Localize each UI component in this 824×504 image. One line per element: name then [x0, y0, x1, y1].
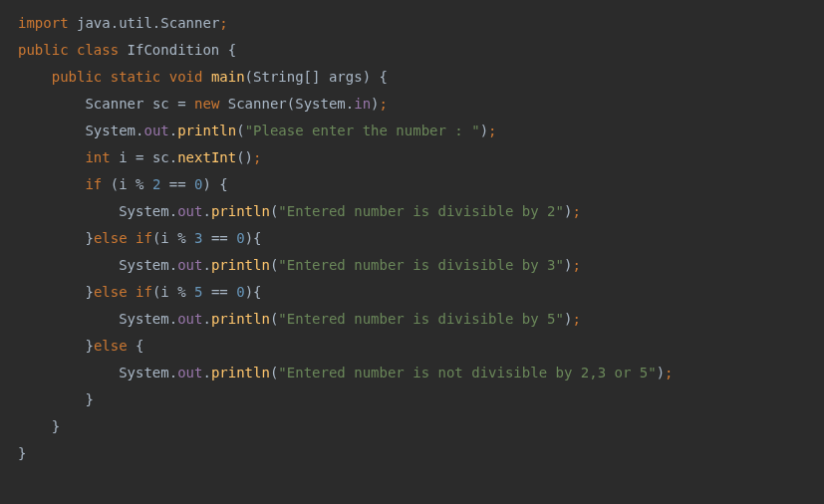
- token-method: println: [211, 257, 270, 273]
- token-ident: i: [160, 284, 177, 300]
- code-line: System.out.println("Entered number is di…: [18, 306, 806, 333]
- token-kw: else if: [94, 284, 152, 300]
- token-kw: public static void: [52, 69, 211, 85]
- code-line: Scanner sc = new Scanner(System.in);: [18, 91, 806, 118]
- token-kw: int: [85, 149, 119, 165]
- token-op: %: [177, 284, 194, 300]
- token-op: .: [169, 365, 177, 380]
- token-kw: import: [18, 15, 77, 31]
- token-field: out: [177, 203, 202, 219]
- token-semi: ;: [665, 365, 673, 380]
- token-op: .: [346, 96, 354, 112]
- token-brace: {: [228, 42, 236, 58]
- token-op: .: [202, 203, 210, 219]
- token-paren: ): [202, 176, 219, 192]
- token-op: =: [136, 149, 152, 165]
- token-op: .: [202, 257, 210, 273]
- token-paren: ): [245, 230, 253, 246]
- token-ident: i: [119, 149, 136, 165]
- token-kw: else if: [94, 230, 152, 246]
- token-str: "Please enter the number : ": [245, 123, 480, 138]
- token-kw: new: [194, 96, 228, 112]
- token-semi: ;: [488, 123, 496, 138]
- token-str: "Entered number is divisible by 2": [278, 203, 564, 219]
- token-num: 0: [236, 230, 244, 246]
- token-field: out: [143, 123, 168, 138]
- token-op: .: [202, 311, 210, 327]
- token-str: "Entered number is not divisible by 2,3 …: [278, 365, 656, 380]
- token-cls: String: [253, 69, 304, 85]
- token-op: ==: [160, 176, 194, 192]
- token-field: in: [354, 96, 371, 112]
- token-paren: ): [657, 365, 665, 380]
- token-op: .: [169, 123, 177, 138]
- token-brace: {: [253, 284, 261, 300]
- token-semi: ;: [572, 203, 580, 219]
- token-method: println: [211, 311, 270, 327]
- token-ident: args: [329, 69, 363, 85]
- token-kw: else: [94, 338, 136, 354]
- token-brace: {: [253, 230, 261, 246]
- code-editor: import java.util.Scanner;public class If…: [0, 0, 824, 477]
- token-brace: {: [136, 338, 143, 354]
- code-line: }: [18, 413, 806, 440]
- code-line: public static void main(String[] args) {: [18, 64, 806, 91]
- token-brace: }: [52, 418, 60, 434]
- token-cls: IfCondition: [128, 42, 228, 58]
- token-kw: if: [85, 176, 110, 192]
- token-semi: ;: [219, 15, 227, 31]
- token-paren: ): [245, 284, 253, 300]
- token-op: .: [169, 311, 177, 327]
- token-ident: sc: [152, 149, 169, 165]
- token-method: println: [177, 123, 236, 138]
- token-op: .: [202, 365, 210, 380]
- token-method: println: [211, 203, 270, 219]
- token-paren: (: [236, 123, 244, 138]
- code-line: import java.util.Scanner;: [18, 10, 806, 37]
- token-paren: (): [236, 149, 253, 165]
- code-line: }: [18, 386, 806, 413]
- code-line: if (i % 2 == 0) {: [18, 171, 806, 198]
- token-op: .: [169, 149, 177, 165]
- code-line: System.out.println("Entered number is di…: [18, 252, 806, 279]
- token-num: 0: [236, 284, 244, 300]
- token-op: .: [169, 203, 177, 219]
- token-ident: sc: [152, 96, 177, 112]
- token-brace: }: [85, 391, 93, 407]
- token-brace: }: [18, 445, 26, 461]
- token-field: out: [177, 365, 202, 380]
- token-paren: (: [111, 176, 119, 192]
- token-paren: (: [245, 69, 253, 85]
- token-paren: ): [371, 96, 379, 112]
- token-op: %: [136, 176, 152, 192]
- token-cls: System: [85, 123, 136, 138]
- token-paren: ): [363, 69, 380, 85]
- token-brace: {: [379, 69, 387, 85]
- token-paren: []: [304, 69, 329, 85]
- token-cls: System: [119, 203, 169, 219]
- code-line: }: [18, 440, 806, 467]
- token-kw: public class: [18, 42, 128, 58]
- code-line: System.out.println("Entered number is di…: [18, 198, 806, 225]
- token-op: ==: [202, 230, 236, 246]
- token-op: %: [177, 230, 194, 246]
- token-brace: }: [85, 230, 93, 246]
- token-cls: System: [295, 96, 346, 112]
- token-method: nextInt: [177, 149, 236, 165]
- token-semi: ;: [572, 311, 580, 327]
- token-paren: ): [480, 123, 488, 138]
- token-method: main: [211, 69, 245, 85]
- token-op: ==: [202, 284, 236, 300]
- code-lines: import java.util.Scanner;public class If…: [18, 10, 806, 467]
- token-str: "Entered number is divisible by 3": [278, 257, 564, 273]
- code-line: }else if(i % 5 == 0){: [18, 279, 806, 306]
- token-cls: Scanner: [228, 96, 287, 112]
- token-paren: (: [287, 96, 295, 112]
- token-op: =: [177, 96, 194, 112]
- token-op: .: [169, 257, 177, 273]
- token-str: "Entered number is divisible by 5": [278, 311, 564, 327]
- token-cls: System: [119, 311, 169, 327]
- token-semi: ;: [572, 257, 580, 273]
- token-brace: {: [219, 176, 227, 192]
- code-line: }else if(i % 3 == 0){: [18, 225, 806, 252]
